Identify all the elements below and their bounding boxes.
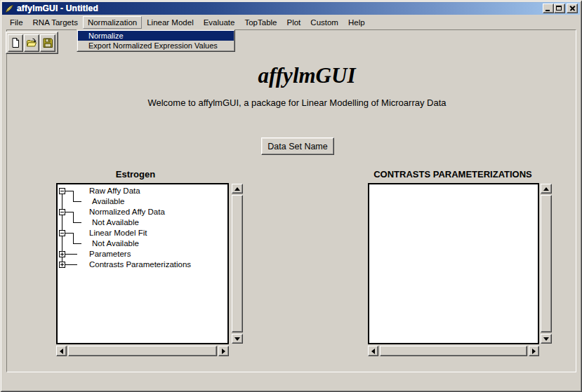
menu-item-export-normalized-expression-values[interactable]: Export Normalized Expression Values	[78, 41, 234, 50]
scroll-right-button[interactable]	[529, 346, 539, 356]
tree-node-label[interactable]: Raw Affy Data	[89, 186, 140, 196]
menubar-item-file[interactable]: File	[5, 16, 28, 29]
tree-expand-toggle[interactable]	[59, 188, 65, 194]
menu-item-normalize[interactable]: Normalize	[78, 31, 234, 41]
scrollbar-thumb[interactable]	[380, 346, 527, 356]
data-set-name-button[interactable]: Data Set Name	[261, 137, 334, 155]
scrollbar-thumb[interactable]	[541, 195, 552, 332]
left-horizontal-scrollbar[interactable]	[56, 346, 229, 356]
scrollbar-thumb[interactable]	[232, 195, 243, 332]
scroll-up-button[interactable]	[541, 184, 552, 194]
tree-node-label[interactable]: Parameters	[89, 249, 131, 259]
left-vertical-scrollbar[interactable]	[232, 184, 243, 344]
tree-connector	[73, 233, 74, 243]
tree-node-label[interactable]: Contrasts Parameterizations	[89, 259, 191, 270]
maximize-icon	[556, 6, 562, 11]
maximize-button[interactable]	[554, 4, 565, 13]
menubar-item-toptable[interactable]: TopTable	[239, 16, 282, 29]
tree-connector	[73, 201, 81, 202]
up-arrow-icon	[543, 187, 549, 191]
tree-connector	[73, 222, 81, 223]
left-arrow-icon	[371, 349, 375, 354]
scroll-down-button[interactable]	[232, 334, 243, 344]
tree-expand-toggle[interactable]	[59, 262, 65, 268]
status-tree: Raw Affy DataAvailableNormalized Affy Da…	[58, 184, 227, 343]
toolbar	[6, 32, 58, 54]
minimize-icon	[545, 10, 550, 11]
tree-expand-toggle[interactable]	[59, 251, 65, 257]
scroll-left-button[interactable]	[368, 346, 378, 356]
app-title: affylmGUI	[6, 63, 576, 88]
tree-expand-toggle[interactable]	[59, 209, 65, 215]
normalization-menu-items: NormalizeExport Normalized Expression Va…	[77, 30, 234, 51]
right-arrow-icon	[222, 349, 225, 354]
right-horizontal-scrollbar[interactable]	[368, 346, 539, 356]
contrasts-listbox[interactable]	[368, 183, 539, 344]
window-controls	[543, 4, 578, 13]
new-file-button[interactable]	[8, 34, 23, 52]
tree-expand-toggle[interactable]	[59, 230, 65, 236]
normalization-menu: NormalizeExport Normalized Expression Va…	[77, 29, 235, 52]
scroll-left-button[interactable]	[56, 346, 67, 356]
menubar-item-normalization[interactable]: Normalization	[83, 16, 142, 29]
tree-node-label[interactable]: Normalized Affy Data	[89, 207, 165, 217]
menubar-item-evaluate[interactable]: Evaluate	[199, 16, 240, 29]
new-document-icon	[10, 37, 21, 48]
menubar-item-rna-targets[interactable]: RNA Targets	[28, 16, 83, 29]
tree-status-label[interactable]: Not Available	[92, 217, 139, 228]
scroll-right-button[interactable]	[218, 346, 229, 356]
status-tree-listbox[interactable]: Raw Affy DataAvailableNormalized Affy Da…	[56, 183, 229, 344]
scroll-up-button[interactable]	[232, 184, 243, 194]
tree-connector	[73, 212, 74, 222]
up-arrow-icon	[234, 187, 240, 191]
tree-connector	[65, 233, 73, 234]
tree-connector	[73, 243, 81, 244]
menubar-item-plot[interactable]: Plot	[282, 16, 306, 29]
left-arrow-icon	[60, 349, 63, 354]
scrollbar-thumb[interactable]	[68, 346, 217, 356]
scroll-down-button[interactable]	[541, 334, 552, 344]
menubar-item-custom[interactable]: Custom	[305, 16, 343, 29]
down-arrow-icon	[234, 337, 240, 341]
open-folder-icon	[26, 37, 37, 48]
right-panel-title: CONTRASTS PARAMETERIZATIONS	[369, 169, 537, 180]
right-vertical-scrollbar[interactable]	[541, 184, 552, 344]
tree-status-label[interactable]: Available	[92, 196, 124, 207]
menubar-item-help[interactable]: Help	[343, 16, 370, 29]
tree-connector	[65, 254, 77, 255]
window-title: affylmGUI - Untitled	[17, 4, 98, 13]
feather-icon[interactable]	[4, 4, 14, 13]
save-disk-icon	[42, 37, 53, 48]
tree-connector	[65, 264, 77, 265]
tree-connector	[73, 191, 74, 201]
menubar-item-linear-model[interactable]: Linear Model	[142, 16, 198, 29]
close-button[interactable]	[567, 4, 578, 13]
app-window: affylmGUI - Untitled FileRNA TargetsNorm…	[0, 0, 582, 392]
minimize-button[interactable]	[543, 4, 554, 13]
tree-connector	[65, 191, 73, 191]
tree-connector	[65, 212, 73, 212]
down-arrow-icon	[543, 337, 549, 341]
welcome-text: Welcome to affylmGUI, a package for Line…	[6, 97, 576, 108]
right-arrow-icon	[532, 349, 536, 354]
tree-node-label[interactable]: Linear Model Fit	[89, 228, 147, 238]
menubar: FileRNA TargetsNormalizationLinear Model…	[3, 15, 579, 29]
left-panel-title: Estrogen	[65, 169, 206, 180]
tree-status-label[interactable]: Not Available	[92, 238, 139, 249]
titlebar[interactable]: affylmGUI - Untitled	[2, 2, 580, 15]
save-file-button[interactable]	[40, 34, 55, 52]
open-file-button[interactable]	[24, 34, 39, 52]
